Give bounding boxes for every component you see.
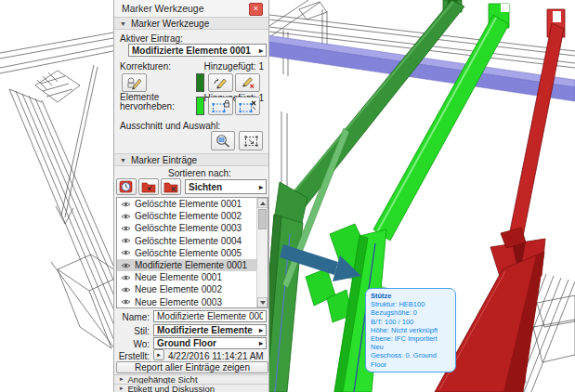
correction-color-swatch[interactable] [196,73,204,92]
created-label: Erstellt: [114,351,150,361]
section-marker-eintraege[interactable]: ▼ Marker Einträge [114,153,268,166]
magnifier-icon [216,133,231,149]
entry-import-button[interactable] [138,178,159,195]
corrections-added-count: Hinzugefügt: 1 [204,61,265,72]
eye-icon [121,249,131,256]
chevron-right-icon: ▸ [259,183,263,191]
list-item-selected[interactable]: Modifizierte Elemente 0001 [117,259,256,271]
correction-edit-button[interactable] [122,73,147,92]
active-entry-dropdown[interactable]: Modifizierte Elemente 0001 ▸ [128,44,267,57]
eye-icon [121,201,131,208]
chevron-right-icon: ▸ [120,385,124,392]
eye-icon [121,213,131,220]
sort-by-label: Sortieren nach: [168,168,231,178]
where-dropdown[interactable]: Ground Floor ▸ [153,337,267,349]
scroll-up-icon[interactable] [257,198,268,208]
entry-clock-icon [119,180,134,193]
tooltip-line: Bezugshöhe: 0 [371,308,451,317]
list-item[interactable]: Neue Elemente 0001 [117,271,256,283]
created-expand-button[interactable]: ▸ [153,349,164,360]
list-item[interactable]: Gelöschte Elemente 0003 [117,222,256,234]
entry-history-button[interactable] [116,178,137,195]
folder-delete-icon [163,180,178,193]
tooltip-title: Stütze [371,292,451,300]
marker-tools-palette: Marker Werkzeuge × ▼ Marker Werkzeuge Ak… [113,0,269,392]
tooltip-line: Ebene: IFC Importiert Neu [371,334,451,351]
marquee-icon [243,134,259,149]
viewport-3d [0,0,575,392]
chevron-down-icon: ▼ [120,157,126,163]
active-entry-label: Aktiver Eintrag: [120,33,183,44]
where-label: Wo: [114,339,150,349]
list-item[interactable]: Gelöschte Elemente 0005 [117,247,256,259]
marker-entries-list: Gelöschte Elemente 0001 Gelöschte Elemen… [116,197,268,308]
eye-icon [121,225,131,232]
zoom-to-selection-button[interactable] [211,131,235,150]
marquee-delete-icon [239,99,256,113]
pencil-add-icon [213,76,229,89]
list-item[interactable]: Gelöschte Elemente 0001 [117,198,256,210]
add-correction-button[interactable] [208,73,233,92]
created-value: 4/22/2016 11:14:21 AM [168,351,264,361]
remove-correction-button[interactable] [235,73,260,92]
sort-by-dropdown[interactable]: Sichten ▸ [185,179,267,194]
section-marker-werkzeuge[interactable]: ▼ Marker Werkzeuge [114,17,268,30]
highlight-remove-button[interactable] [235,97,260,115]
section-etikett-diskussion[interactable]: ▸ Etikett und Diskussion [114,384,268,392]
section-label: Marker Werkzeuge [131,19,209,29]
section-angehaengte-sicht[interactable]: ▸ Angehängte Sicht [114,374,268,383]
pencil-delete-icon [240,76,255,89]
style-value: Modifizierte Elemente [157,325,259,335]
eye-icon [121,262,131,269]
list-item[interactable]: Gelöschte Elemente 0004 [117,235,256,247]
report-all-entries-button[interactable]: Report aller Einträge zeigen [116,361,268,373]
section-label: Etikett und Diskussion [128,384,215,392]
tooltip-line: Struktur: HEB100 [371,300,451,308]
tooltip-line: Geschoss: 0. Ground Floor [371,351,451,368]
style-label: Stil: [114,326,150,336]
scroll-down-icon[interactable] [257,297,268,307]
style-dropdown[interactable]: Modifizierte Elemente ▸ [153,324,267,336]
sort-by-value: Sichten [189,182,259,192]
chevron-right-icon: ▸ [120,375,124,383]
tooltip-line: Höhe: Nicht verknüpft [371,326,451,334]
list-scrollbar[interactable] [256,198,268,307]
eye-icon [121,286,131,294]
eye-icon [121,298,131,306]
scrollbar-thumb[interactable] [258,209,267,229]
active-entry-value: Modifizierte Elemente 0001 [132,46,259,56]
highlight-lock-button[interactable] [208,97,233,115]
tooltip-line: B/T: 100 / 100 [371,318,451,326]
marquee-selection-button[interactable] [239,131,263,150]
palette-title: Marker Werkzeuge [122,3,204,14]
name-label: Name: [114,312,150,322]
app-window: Stütze Struktur: HEB100 Bezugshöhe: 0 B/… [0,0,575,392]
eye-icon [121,237,131,244]
corrections-label: Korrekturen: [120,61,171,72]
highlight-color-swatch[interactable] [196,97,204,115]
chevron-right-icon: ▸ [259,326,263,334]
name-input[interactable] [153,310,267,322]
eye-icon [121,274,131,281]
close-icon[interactable]: × [249,3,263,16]
folder-import-icon [141,180,156,193]
shapes-pencil-icon [125,76,143,90]
entry-delete-button[interactable] [161,178,181,195]
highlight-elements-label: Elemente hervorheben: [120,93,175,111]
list-item[interactable]: Neue Elemente 0002 [117,283,256,295]
chevron-right-icon: ▸ [259,46,263,55]
section-label: Marker Einträge [131,155,197,165]
chevron-right-icon: ▸ [259,339,263,347]
clip-selection-label: Ausschnitt und Auswahl: [120,121,220,131]
list-item[interactable]: Gelöschte Elemente 0002 [117,210,256,222]
where-value: Ground Floor [157,338,259,348]
element-info-tooltip: Stütze Struktur: HEB100 Bezugshöhe: 0 B/… [365,288,456,372]
list-item[interactable]: Neue Elemente 0003 [117,296,256,308]
palette-titlebar[interactable]: Marker Werkzeuge × [114,0,268,18]
marquee-lock-icon [212,99,229,113]
chevron-down-icon: ▼ [120,20,126,27]
